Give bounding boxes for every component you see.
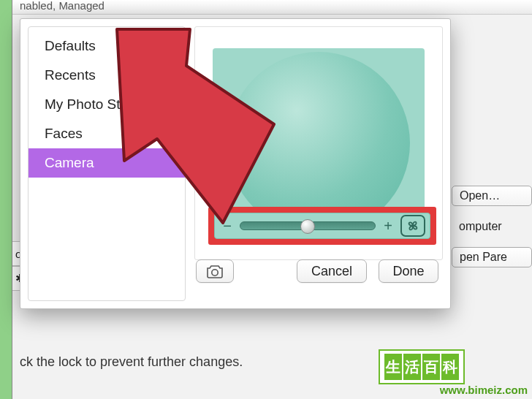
sidebar-item-photostream[interactable]: My Photo Strea xyxy=(28,90,185,119)
watermark-char: 科 xyxy=(441,354,459,380)
bg-header-text: nabled, Managed xyxy=(12,0,532,15)
bg-text-computer: omputer xyxy=(452,216,532,237)
take-photo-button[interactable] xyxy=(196,259,234,283)
watermark: 生 活 百 科 www.bimeiz.com xyxy=(379,343,532,399)
watermark-url: www.bimeiz.com xyxy=(440,384,528,396)
camera-icon xyxy=(205,264,224,278)
zoom-slider[interactable] xyxy=(240,221,376,230)
source-sidebar: Defaults Recents My Photo Strea Faces Ca… xyxy=(28,26,186,301)
done-button[interactable]: Done xyxy=(379,259,438,283)
watermark-char: 活 xyxy=(403,354,421,380)
lock-message: ck the lock to prevent further changes. xyxy=(20,354,243,370)
effects-button[interactable] xyxy=(400,215,425,237)
zoom-out-button[interactable]: − xyxy=(219,218,235,234)
watermark-char: 百 xyxy=(422,354,440,380)
sidebar-item-defaults[interactable]: Defaults xyxy=(28,31,185,61)
cancel-button[interactable]: Cancel xyxy=(297,259,367,283)
open-button[interactable]: Open… xyxy=(452,186,532,206)
zoom-in-button[interactable]: + xyxy=(380,218,396,234)
watermark-char: 生 xyxy=(384,354,402,380)
svg-point-0 xyxy=(212,270,218,276)
sidebar-item-faces[interactable]: Faces xyxy=(28,119,185,148)
pinwheel-icon xyxy=(405,218,421,234)
open-parent-button[interactable]: pen Pare xyxy=(452,247,532,267)
sidebar-item-camera[interactable]: Camera xyxy=(28,148,185,178)
sidebar-item-recents[interactable]: Recents xyxy=(28,61,185,90)
zoom-slider-thumb[interactable] xyxy=(300,219,315,234)
